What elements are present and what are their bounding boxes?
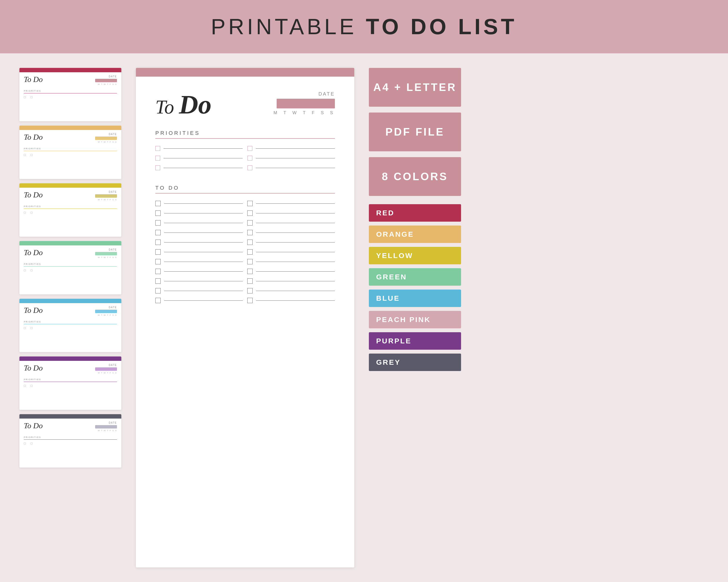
todo-item — [155, 298, 243, 303]
thumb-accent-yellow — [19, 183, 121, 188]
priority-item — [155, 156, 243, 161]
todo-item — [155, 240, 243, 245]
priorities-grid — [155, 146, 335, 170]
page-title: PRINTABLE TO DO LIST — [211, 14, 517, 39]
priority-checkbox — [155, 146, 160, 151]
priorities-label: PRIORITIES — [155, 130, 335, 136]
thumb-purple: To Do DATE M T W T F S S PRIORITIES — [19, 357, 121, 410]
todo-item — [155, 201, 243, 206]
thumb-grey: To Do DATE M T W T F S S PRIORITIES — [19, 414, 121, 468]
todo-item — [247, 211, 335, 216]
todo-section-label: TO DO — [155, 185, 335, 191]
color-item-peachpink: PEACH PINK — [369, 311, 461, 328]
title-regular: PRINTABLE — [211, 15, 366, 39]
todo-item — [247, 269, 335, 274]
preview-accent — [136, 68, 354, 77]
thumb-title: To Do — [24, 306, 43, 314]
thumb-title: To Do — [24, 75, 43, 84]
todo-item — [155, 220, 243, 225]
preview-date-box — [277, 99, 335, 108]
thumb-accent-grey — [19, 414, 121, 419]
priorities-divider — [155, 138, 335, 139]
color-list: RED ORANGE YELLOW GREEN BLUE PEACH PINK … — [369, 204, 461, 371]
priority-checkbox — [155, 156, 160, 161]
todo-item — [155, 259, 243, 264]
todo-item — [247, 259, 335, 264]
thumb-accent-red — [19, 68, 121, 72]
thumb-red: To Do DATE M T W T F S S PRIORITIES — [19, 68, 121, 121]
thumb-title: To Do — [24, 133, 43, 141]
preview-title: To Do — [155, 91, 212, 118]
todo-divider — [155, 193, 335, 194]
priority-item — [248, 156, 335, 161]
todo-item — [247, 298, 335, 303]
thumb-accent-purple — [19, 357, 121, 361]
thumb-accent-green — [19, 241, 121, 245]
color-item-green: GREEN — [369, 268, 461, 286]
todo-item — [247, 249, 335, 255]
thumb-peach: To Do DATE M T W T F S S PRIORITIES — [19, 126, 121, 179]
color-item-grey: GREY — [369, 354, 461, 371]
todo-grid — [155, 201, 335, 303]
priority-checkbox — [248, 165, 252, 170]
priority-checkbox — [248, 156, 252, 161]
color-item-blue: BLUE — [369, 289, 461, 307]
todo-item — [155, 230, 243, 235]
thumb-accent-blue — [19, 299, 121, 303]
pdf-badge: PDF FILE — [369, 113, 461, 151]
preview-date-label: DATE — [318, 91, 335, 97]
preview-days: MTWTFSS — [274, 110, 335, 115]
colors-label: 8 COLORS — [382, 170, 448, 183]
color-item-red: RED — [369, 204, 461, 222]
todo-item — [155, 249, 243, 255]
title-bold: TO DO LIST — [366, 15, 517, 39]
todo-item — [247, 201, 335, 206]
thumb-title: To Do — [24, 248, 43, 257]
todo-item — [247, 230, 335, 235]
priority-item — [155, 165, 243, 170]
thumb-title: To Do — [24, 421, 43, 430]
thumb-yellow: To Do DATE M T W T F S S PRIORITIES — [19, 183, 121, 237]
color-item-purple: PURPLE — [369, 332, 461, 350]
priority-item — [248, 146, 335, 151]
header: PRINTABLE TO DO LIST — [0, 0, 728, 53]
thumbnail-list: To Do DATE M T W T F S S PRIORITIES To — [19, 68, 121, 567]
todo-item — [247, 220, 335, 225]
thumb-accent-orange — [19, 126, 121, 130]
priority-checkbox — [248, 146, 252, 151]
priority-item — [155, 146, 243, 151]
right-column: A4 + LETTER PDF FILE 8 COLORS RED ORANGE… — [369, 68, 461, 567]
todo-item — [155, 288, 243, 294]
todo-item — [155, 211, 243, 216]
pdf-label: PDF FILE — [385, 126, 445, 138]
todo-item — [247, 240, 335, 245]
todo-item — [247, 278, 335, 284]
a4-label: A4 + LETTER — [373, 81, 457, 93]
thumb-title: To Do — [24, 364, 43, 372]
thumb-green: To Do DATE M T W T F S S PRIORITIES — [19, 241, 121, 295]
main-preview: To Do DATE MTWTFSS PRIORITIES — [136, 68, 354, 567]
color-item-orange: ORANGE — [369, 225, 461, 243]
todo-item — [155, 269, 243, 274]
main-content: To Do DATE M T W T F S S PRIORITIES To — [0, 53, 728, 582]
priority-checkbox — [155, 165, 160, 170]
thumb-blue: To Do DATE M T W T F S S PRIORITIES — [19, 299, 121, 352]
priority-item — [248, 165, 335, 170]
thumb-title: To Do — [24, 191, 43, 199]
todo-item — [247, 288, 335, 294]
a4-badge: A4 + LETTER — [369, 68, 461, 107]
color-item-yellow: YELLOW — [369, 247, 461, 264]
colors-badge: 8 COLORS — [369, 157, 461, 196]
todo-item — [155, 278, 243, 284]
